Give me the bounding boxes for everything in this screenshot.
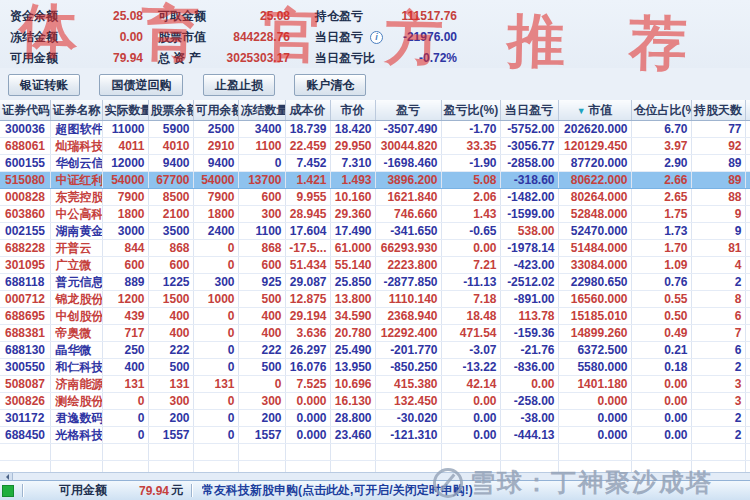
cell: 灿瑞科技 xyxy=(50,138,102,155)
cell: 51.434 xyxy=(285,257,330,274)
table-row[interactable]: 688130晶华微250222022226.29725.490-201.770-… xyxy=(0,342,750,359)
table-row[interactable]: 515080中证红利540006770054000137001.4211.493… xyxy=(0,172,750,189)
column-header-10[interactable]: 盈亏比(%) xyxy=(441,100,500,121)
column-header-7[interactable]: 成本价 xyxy=(285,100,330,121)
cell: -318.60 xyxy=(500,172,558,189)
cell: 600 xyxy=(102,257,148,274)
column-header-2[interactable]: 证券名称 xyxy=(50,100,102,121)
cell: 25.490 xyxy=(330,342,375,359)
clear-account-button[interactable]: 账户清仓 xyxy=(294,74,366,96)
column-header-13[interactable]: 仓位占比(%) xyxy=(631,100,691,121)
field-label: 当日盈亏 xyxy=(315,27,363,48)
table-row[interactable]: 603860中公高科18002100180030028.94529.360746… xyxy=(0,206,750,223)
cell: 0 xyxy=(238,155,285,172)
cell: 300 xyxy=(193,274,238,291)
field-label: 冻结金额 xyxy=(10,27,58,48)
cell: 889 xyxy=(102,274,148,291)
cell: 000828 xyxy=(0,189,50,206)
cell: 14899.260 xyxy=(558,325,631,342)
table-row[interactable]: 000828东莞控股7900850079006009.95510.1601621… xyxy=(0,189,750,206)
column-header-14[interactable]: 持股天数 xyxy=(691,100,745,121)
column-header-6[interactable]: 冻结数量 xyxy=(238,100,285,121)
cell: 600 xyxy=(238,189,285,206)
cell: 28.800 xyxy=(330,410,375,427)
cell: 3896.200 xyxy=(375,172,441,189)
cell: 89 xyxy=(691,155,745,172)
column-header-1[interactable]: 证券代码 xyxy=(0,100,50,121)
column-header-8[interactable]: 市价 xyxy=(330,100,375,121)
cell: 0.00 xyxy=(441,240,500,257)
empty-cell xyxy=(441,444,500,461)
table-row[interactable]: 688450光格科技01557015570.00023.460-121.3100… xyxy=(0,427,750,444)
table-row[interactable]: 300036超图软件1100059002500340018.73918.420-… xyxy=(0,121,750,138)
bank-transfer-button[interactable]: 银证转账 xyxy=(8,74,80,96)
cell: 222 xyxy=(238,342,285,359)
cell: -201.770 xyxy=(375,342,441,359)
cell: 9 xyxy=(691,223,745,240)
cell: -121.310 xyxy=(375,427,441,444)
cell: 2910 xyxy=(193,138,238,155)
table-row[interactable]: 301172君逸数码020002000.00028.800-30.0200.00… xyxy=(0,410,750,427)
cell-spacer xyxy=(745,206,750,223)
cell: 君逸数码 xyxy=(50,410,102,427)
cell: 29.194 xyxy=(285,308,330,325)
column-header-9[interactable]: 盈亏 xyxy=(375,100,441,121)
column-header-12[interactable]: ▼ 市值 xyxy=(558,100,631,121)
cell: 400 xyxy=(102,359,148,376)
cell: 688228 xyxy=(0,240,50,257)
cell: 16.130 xyxy=(330,393,375,410)
ipo-announcement-link[interactable]: 常友科技新股申购(点击此处,可开启/关闭定时申购!) xyxy=(202,482,473,499)
cell: -30.020 xyxy=(375,410,441,427)
cell: 131 xyxy=(148,376,193,393)
column-header-5[interactable]: 可用余额 xyxy=(193,100,238,121)
cell: 500 xyxy=(238,359,285,376)
table-row[interactable]: 508087济南能源13113113107.52510.696415.38042… xyxy=(0,376,750,393)
table-row[interactable]: 688118普元信息889122530092529.08725.850-2877… xyxy=(0,274,750,291)
cell: 1401.180 xyxy=(558,376,631,393)
cell: 0.76 xyxy=(631,274,691,291)
table-row[interactable]: 688381帝奥微71740004003.63620.78012292.4004… xyxy=(0,325,750,342)
stop-profit-loss-button[interactable]: 止盈止损 xyxy=(203,74,275,96)
table-row[interactable]: 688061灿瑞科技401140102910110022.45929.95030… xyxy=(0,138,750,155)
column-header-11[interactable]: 当日盈亏 xyxy=(500,100,558,121)
table-row[interactable]: 600155华创云信120009400940007.4527.310-1698.… xyxy=(0,155,750,172)
cell: 29.087 xyxy=(285,274,330,291)
cell: 中公高科 xyxy=(50,206,102,223)
table-row[interactable]: 000712锦龙股份12001500100050012.87513.800111… xyxy=(0,291,750,308)
cell: 688695 xyxy=(0,308,50,325)
cell: 0.00 xyxy=(441,393,500,410)
cell: 688118 xyxy=(0,274,50,291)
cell: 34.590 xyxy=(330,308,375,325)
cell: 67700 xyxy=(148,172,193,189)
field-value: -0.72% xyxy=(419,48,457,69)
bond-repo-button[interactable]: 国债逆回购 xyxy=(99,74,183,96)
header-row: 证券代码证券名称实际数量股票余额可用余额冻结数量成本价市价盈亏盈亏比(%)当日盈… xyxy=(0,100,750,121)
account-column-3: 持仓盈亏111517.76 当日盈亏-21976.00 当日盈亏比-0.72% xyxy=(315,6,457,69)
cell: 0 xyxy=(193,240,238,257)
info-icon[interactable] xyxy=(370,31,383,44)
cell: -1.90 xyxy=(441,155,500,172)
table-row[interactable]: 688228开普云8448680868-17.5...61.00066293.9… xyxy=(0,240,750,257)
cell: 13.800 xyxy=(330,291,375,308)
cell: 5900 xyxy=(148,121,193,138)
cell-spacer xyxy=(745,257,750,274)
table-row[interactable]: 300550和仁科技400500050016.07613.950-850.250… xyxy=(0,359,750,376)
column-header-4[interactable]: 股票余额 xyxy=(148,100,193,121)
cell: 132.450 xyxy=(375,393,441,410)
cell: 1.43 xyxy=(441,206,500,223)
empty-cell xyxy=(745,444,750,461)
table-row[interactable]: 688695中创股份439400040029.19434.5902368.940… xyxy=(0,308,750,325)
table-row[interactable]: 301095广立微600600060051.43455.1402223.8007… xyxy=(0,257,750,274)
table-row[interactable]: 002155湖南黄金300035002400110017.60417.490-3… xyxy=(0,223,750,240)
cell: 6.70 xyxy=(631,121,691,138)
table-row[interactable]: 300826测绘股份030003000.00016.130132.4500.00… xyxy=(0,393,750,410)
cell: 1.73 xyxy=(631,223,691,240)
cell: 688061 xyxy=(0,138,50,155)
field-value: 844228.76 xyxy=(233,27,290,48)
cell-spacer xyxy=(745,291,750,308)
cell: 4010 xyxy=(148,138,193,155)
cell: 120129.450 xyxy=(558,138,631,155)
cell: 688381 xyxy=(0,325,50,342)
column-header-3[interactable]: 实际数量 xyxy=(102,100,148,121)
cell-spacer xyxy=(745,359,750,376)
